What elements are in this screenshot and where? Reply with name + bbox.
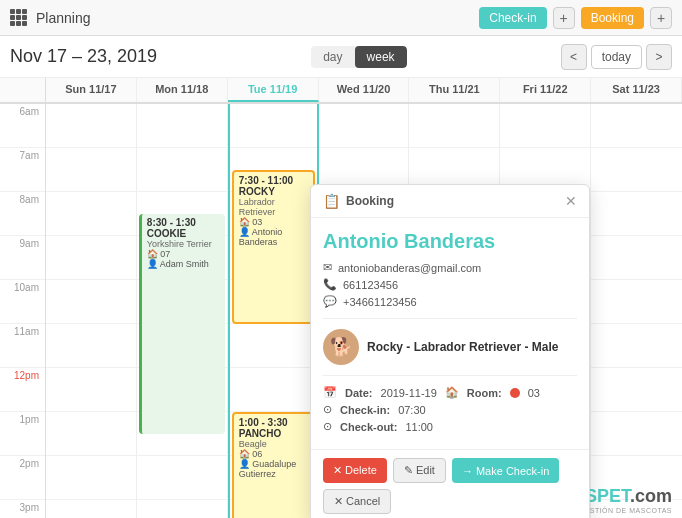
checkin-label: Check-in: xyxy=(340,404,390,416)
calendar-body: 6am 7am 8am 9am 10am 11am 12pm 1pm 2pm 3… xyxy=(0,104,682,518)
make-checkin-button[interactable]: → Make Check-in xyxy=(452,458,559,483)
time-3pm: 3pm xyxy=(0,500,45,518)
calendar: Sun 11/17 Mon 11/18 Tue 11/19 Wed 11/20 … xyxy=(0,78,682,518)
brand-suffix: .com xyxy=(630,486,672,506)
cookie-title: COOKIE xyxy=(147,228,220,239)
day-view-button[interactable]: day xyxy=(311,46,354,68)
room-value: 03 xyxy=(528,387,540,399)
checkout-row: ⊙ Check-out: 11:00 xyxy=(323,420,577,433)
room-dot xyxy=(510,388,520,398)
divider-1 xyxy=(323,318,577,319)
prev-button[interactable]: < xyxy=(561,44,587,70)
next-button[interactable]: > xyxy=(646,44,672,70)
whatsapp-row: 💬 +34661123456 xyxy=(323,295,577,308)
pancho-breed: Beagle xyxy=(239,439,308,449)
popup-footer: ✕ Delete ✎ Edit → Make Check-in ✕ Cancel xyxy=(311,449,589,518)
date-label: Date: xyxy=(345,387,373,399)
booking-popup: 📋 Booking ✕ Antonio Banderas antonioband… xyxy=(310,184,590,518)
whatsapp-icon: 💬 xyxy=(323,295,337,308)
checkin-value: 07:30 xyxy=(398,404,426,416)
view-toggle: day week xyxy=(311,46,406,68)
pancho-title: PANCHO xyxy=(239,428,308,439)
time-7am: 7am xyxy=(0,148,45,192)
date-range: Nov 17 – 23, 2019 xyxy=(10,46,157,67)
client-whatsapp: +34661123456 xyxy=(343,296,417,308)
mail-icon xyxy=(323,261,332,274)
header-mon: Mon 11/18 xyxy=(137,78,228,102)
day-mon: 8:30 - 1:30 COOKIE Yorkshire Terrier 🏠 0… xyxy=(137,104,228,518)
date-row: 📅 Date: 2019-11-19 🏠 Room: 03 xyxy=(323,386,577,399)
week-view-button[interactable]: week xyxy=(355,46,407,68)
day-sat xyxy=(591,104,682,518)
room-label: Room: xyxy=(467,387,502,399)
popup-body: Antonio Banderas antoniobanderas@gmail.c… xyxy=(311,218,589,449)
time-1pm: 1pm xyxy=(0,412,45,456)
cookie-name: 8:30 - 1:30 xyxy=(147,217,220,228)
checkin-plus-button[interactable]: + xyxy=(553,7,575,29)
rocky-time: 7:30 - 11:00 xyxy=(239,175,308,186)
checkin-row: ⊙ Check-in: 07:30 xyxy=(323,403,577,416)
header-tue: Tue 11/19 xyxy=(228,78,319,102)
time-column: 6am 7am 8am 9am 10am 11am 12pm 1pm 2pm 3… xyxy=(0,104,46,518)
delete-button[interactable]: ✕ Delete xyxy=(323,458,387,483)
booking-plus-button[interactable]: + xyxy=(650,7,672,29)
checkout-clock-icon: ⊙ xyxy=(323,420,332,433)
today-button[interactable]: today xyxy=(591,45,642,69)
date-value: 2019-11-19 xyxy=(381,387,437,399)
header-fri: Fri 11/22 xyxy=(500,78,591,102)
day-tue: 7:30 - 11:00 ROCKY Labrador Retriever 🏠 … xyxy=(228,104,319,518)
booking-button[interactable]: Booking xyxy=(581,7,644,29)
client-name: Antonio Banderas xyxy=(323,230,577,253)
header-sun: Sun 11/17 xyxy=(46,78,137,102)
pancho-room: 🏠 06 xyxy=(239,449,308,459)
event-rocky[interactable]: 7:30 - 11:00 ROCKY Labrador Retriever 🏠 … xyxy=(232,170,315,324)
cookie-room: 🏠 07 xyxy=(147,249,220,259)
rocky-room: 🏠 03 xyxy=(239,217,308,227)
header-wed: Wed 11/20 xyxy=(319,78,410,102)
app-title: Planning xyxy=(36,10,91,26)
event-pancho[interactable]: 1:00 - 3:30 PANCHO Beagle 🏠 06 👤 Guadalu… xyxy=(232,412,315,518)
date-nav: Nov 17 – 23, 2019 day week < today > xyxy=(0,36,682,78)
time-8am: 8am xyxy=(0,192,45,236)
top-bar-right: Check-in + Booking + xyxy=(479,7,672,29)
room-icon: 🏠 xyxy=(445,386,459,399)
rocky-title: ROCKY xyxy=(239,186,308,197)
checkin-clock-icon: ⊙ xyxy=(323,403,332,416)
client-phone: 661123456 xyxy=(343,279,398,291)
cancel-button[interactable]: ✕ Cancel xyxy=(323,489,391,514)
header-thu: Thu 11/21 xyxy=(409,78,500,102)
time-9am: 9am xyxy=(0,236,45,280)
pancho-person: 👤 GuadalupeGutierrez xyxy=(239,459,308,479)
edit-button[interactable]: ✎ Edit xyxy=(393,458,446,483)
cookie-breed: Yorkshire Terrier xyxy=(147,239,220,249)
pet-row: 🐕 Rocky - Labrador Retriever - Male xyxy=(323,329,577,365)
event-cookie[interactable]: 8:30 - 1:30 COOKIE Yorkshire Terrier 🏠 0… xyxy=(139,214,225,434)
calendar-icon: 📅 xyxy=(323,386,337,399)
time-header xyxy=(0,78,46,102)
pet-avatar: 🐕 xyxy=(323,329,359,365)
cookie-person: 👤 Adam Smith xyxy=(147,259,220,269)
time-10am: 10am xyxy=(0,280,45,324)
time-12pm: 12pm xyxy=(0,368,45,412)
grid-icon xyxy=(10,9,28,27)
checkin-button[interactable]: Check-in xyxy=(479,7,546,29)
day-sun xyxy=(46,104,137,518)
time-6am: 6am xyxy=(0,104,45,148)
checkout-label: Check-out: xyxy=(340,421,397,433)
top-bar-left: Planning xyxy=(10,9,91,27)
client-email: antoniobanderas@gmail.com xyxy=(338,262,481,274)
time-11am: 11am xyxy=(0,324,45,368)
divider-2 xyxy=(323,375,577,376)
top-bar: Planning Check-in + Booking + xyxy=(0,0,682,36)
email-row: antoniobanderas@gmail.com xyxy=(323,261,577,274)
checkout-value: 11:00 xyxy=(405,421,433,433)
rocky-breed: Labrador Retriever xyxy=(239,197,308,217)
booking-icon: 📋 xyxy=(323,193,340,209)
pancho-time: 1:00 - 3:30 xyxy=(239,417,308,428)
pet-full-info: Rocky - Labrador Retriever - Male xyxy=(367,340,558,354)
popup-close-button[interactable]: ✕ xyxy=(565,193,577,209)
phone-icon: 📞 xyxy=(323,278,337,291)
time-2pm: 2pm xyxy=(0,456,45,500)
calendar-header: Sun 11/17 Mon 11/18 Tue 11/19 Wed 11/20 … xyxy=(0,78,682,104)
popup-header-title: Booking xyxy=(346,194,394,208)
